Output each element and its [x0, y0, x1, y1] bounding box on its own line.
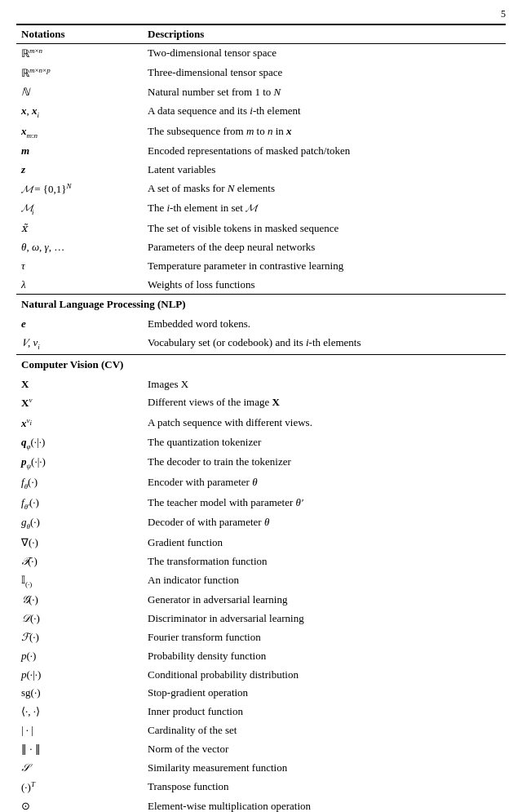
- table-row: | · |Cardinality of the set: [16, 721, 506, 740]
- description-cell: Natural number set from 1 to N: [143, 83, 506, 102]
- description-cell: Embedded word tokens.: [143, 315, 506, 334]
- description-cell: Encoder with parameter θ: [143, 473, 506, 494]
- notation-cell: ℱ(·): [16, 628, 143, 647]
- table-row: ℕNatural number set from 1 to N: [16, 83, 506, 102]
- table-row: θ, ω, γ, …Parameters of the deep neural …: [16, 238, 506, 257]
- table-row: λWeights of loss functions: [16, 276, 506, 295]
- description-cell: Inner product function: [143, 703, 506, 721]
- notation-cell: (·)T: [16, 778, 143, 797]
- table-row: zLatent variables: [16, 161, 506, 180]
- notation-cell: xvi: [16, 414, 143, 433]
- description-cell: Encoded representations of masked patch/…: [143, 142, 506, 161]
- notation-cell: 𝒮: [16, 759, 143, 778]
- notation-cell: pψ(·|·): [16, 453, 143, 473]
- page-number: 5: [16, 8, 506, 20]
- table-row: xm:nThe subsequence from m to n in x: [16, 122, 506, 143]
- description-cell: Transpose function: [143, 778, 506, 797]
- table-row: qφ(·|·)The quantization tokenizer: [16, 433, 506, 454]
- description-cell: The subsequence from m to n in x: [143, 122, 506, 143]
- description-cell: Weights of loss functions: [143, 276, 506, 295]
- section-header-cell: Natural Language Processing (NLP): [16, 295, 506, 315]
- notation-cell: e: [16, 315, 143, 334]
- notation-cell: z: [16, 161, 143, 180]
- description-cell: Stop-gradient operation: [143, 684, 506, 703]
- notation-header: Notations: [16, 24, 143, 44]
- notation-cell: ⊙: [16, 797, 143, 812]
- notation-cell: ℝm×n×p: [16, 64, 143, 83]
- table-row: gθ(·)Decoder of with parameter θ: [16, 513, 506, 534]
- notation-cell: X: [16, 375, 143, 394]
- description-cell: Norm of the vector: [143, 740, 506, 759]
- notations-table: Notations Descriptions ℝm×nTwo-dimension…: [16, 24, 506, 812]
- table-row: x̃The set of visible tokens in masked se…: [16, 220, 506, 238]
- description-cell: Discriminator in adversarial learning: [143, 610, 506, 628]
- notation-cell: fθ(·): [16, 473, 143, 494]
- notation-cell: ∇(·): [16, 534, 143, 552]
- table-row: 𝒢(·)Generator in adversarial learning: [16, 591, 506, 610]
- table-row: p(·|·)Conditional probability distributi…: [16, 666, 506, 685]
- table-row: ℝm×n×pThree-dimensional tensor space: [16, 64, 506, 83]
- notation-cell: x, xi: [16, 102, 143, 122]
- description-cell: Images X: [143, 375, 506, 394]
- description-cell: A set of masks for N elements: [143, 180, 506, 199]
- notation-cell: λ: [16, 276, 143, 295]
- description-cell: Gradient function: [143, 534, 506, 552]
- description-cell: Three-dimensional tensor space: [143, 64, 506, 83]
- description-cell: Vocabulary set (or codebook) and its i-t…: [143, 334, 506, 354]
- notation-cell: 𝓜 = {0,1}N: [16, 180, 143, 199]
- notation-cell: ⟨·, ·⟩: [16, 703, 143, 721]
- table-row: 𝑉, viVocabulary set (or codebook) and it…: [16, 334, 506, 354]
- notation-cell: | · |: [16, 721, 143, 740]
- table-row: XvDifferent views of the image X: [16, 393, 506, 413]
- notation-cell: m: [16, 142, 143, 161]
- table-row: p(·)Probability density function: [16, 647, 506, 666]
- section-header-row: Natural Language Processing (NLP): [16, 295, 506, 315]
- notation-cell: 𝑉, vi: [16, 334, 143, 354]
- description-cell: The transformation function: [143, 552, 506, 571]
- table-row: ℱ(·)Fourier transform function: [16, 628, 506, 647]
- notation-cell: xm:n: [16, 122, 143, 143]
- notation-cell: 𝒯(·): [16, 552, 143, 571]
- table-row: ℝm×nTwo-dimensional tensor space: [16, 44, 506, 64]
- description-header: Descriptions: [143, 24, 506, 44]
- description-cell: The teacher model with parameter θ′: [143, 494, 506, 514]
- table-row: 𝓜 = {0,1}NA set of masks for N elements: [16, 180, 506, 199]
- description-cell: Conditional probability distribution: [143, 666, 506, 685]
- notation-cell: fθ′(·): [16, 494, 143, 514]
- description-cell: A data sequence and its i-th element: [143, 102, 506, 122]
- section-header-row: Computer Vision (CV): [16, 354, 506, 375]
- table-row: 𝒮Similarity measurement function: [16, 759, 506, 778]
- table-row: 𝒟(·)Discriminator in adversarial learnin…: [16, 610, 506, 628]
- table-row: sg(·)Stop-gradient operation: [16, 684, 506, 703]
- table-row: fθ′(·)The teacher model with parameter θ…: [16, 494, 506, 514]
- description-cell: Element-wise multiplication operation: [143, 797, 506, 812]
- table-row: x, xiA data sequence and its i-th elemen…: [16, 102, 506, 122]
- table-row: ⊙Element-wise multiplication operation: [16, 797, 506, 812]
- description-cell: The decoder to train the tokenizer: [143, 453, 506, 473]
- section-header-cell: Computer Vision (CV): [16, 354, 506, 375]
- notation-cell: ℕ: [16, 83, 143, 102]
- notation-cell: 𝒟(·): [16, 610, 143, 628]
- description-cell: Latent variables: [143, 161, 506, 180]
- table-row: ⟨·, ·⟩Inner product function: [16, 703, 506, 721]
- description-cell: Decoder of with parameter θ: [143, 513, 506, 534]
- notation-cell: θ, ω, γ, …: [16, 238, 143, 257]
- table-row: XImages X: [16, 375, 506, 394]
- table-row: 𝒯(·)The transformation function: [16, 552, 506, 571]
- table-row: xviA patch sequence with different views…: [16, 414, 506, 433]
- notation-cell: 𝕀(·): [16, 571, 143, 592]
- description-cell: Similarity measurement function: [143, 759, 506, 778]
- notation-cell: τ: [16, 257, 143, 276]
- table-row: 𝓜iThe i-th element in set 𝓜: [16, 199, 506, 220]
- description-cell: Different views of the image X: [143, 393, 506, 413]
- description-cell: Two-dimensional tensor space: [143, 44, 506, 64]
- notation-cell: p(·|·): [16, 666, 143, 685]
- description-cell: Cardinality of the set: [143, 721, 506, 740]
- notation-cell: 𝓜i: [16, 199, 143, 220]
- description-cell: An indicator function: [143, 571, 506, 592]
- notation-cell: x̃: [16, 220, 143, 238]
- table-row: ‖ · ‖Norm of the vector: [16, 740, 506, 759]
- table-row: ∇(·)Gradient function: [16, 534, 506, 552]
- table-row: (·)TTranspose function: [16, 778, 506, 797]
- table-row: fθ(·)Encoder with parameter θ: [16, 473, 506, 494]
